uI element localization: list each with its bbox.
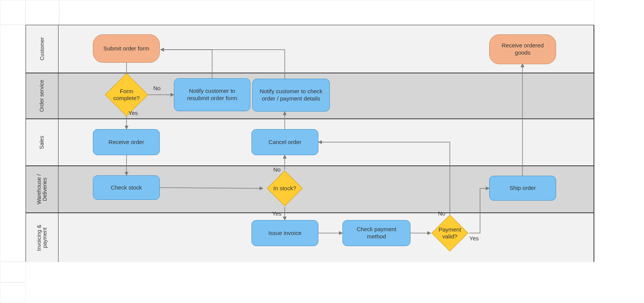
swimlane-diagram: Customer Order service Sales Warehouse /… — [0, 0, 644, 303]
decision-in-stock: In stock? — [272, 176, 297, 201]
node-text: Cancel order — [269, 139, 302, 146]
node-text: Issue invoice — [268, 230, 302, 237]
process-check-payment: Check payment method — [342, 220, 410, 246]
decision-form-complete: Form complete? — [111, 79, 142, 110]
node-text: Receive ordered goods — [493, 42, 552, 57]
node-text: Notify customer to resubmit order form — [178, 87, 246, 102]
edge-notifyresubmit-to-submit — [161, 50, 212, 78]
process-issue-invoice: Issue invoice — [251, 220, 318, 246]
edge-label-pay-no: No — [438, 210, 445, 217]
edge-label-stock-no: No — [273, 166, 281, 173]
terminator-receive-goods: Receive ordered goods — [489, 34, 556, 64]
edge-notifycheck-to-submit — [161, 50, 285, 79]
node-text: Payment valid? — [435, 226, 465, 240]
decision-payment-valid: Payment valid? — [437, 220, 463, 246]
process-notify-check: Notify customer to check order / payment… — [252, 79, 330, 112]
edge-paymentvalid-no-cancel — [318, 142, 450, 215]
node-text: In stock? — [273, 185, 296, 192]
node-text: Check stock — [111, 184, 142, 191]
process-receive-order: Receive order — [93, 129, 160, 155]
process-cancel-order: Cancel order — [251, 129, 318, 155]
node-text: Ship order — [509, 185, 536, 192]
terminator-submit-order: Submit order form — [93, 34, 160, 63]
edge-label-stock-yes: Yes — [272, 210, 281, 217]
node-text: Check payment method — [347, 226, 406, 240]
edge-label-form-yes: Yes — [128, 110, 138, 116]
edge-label-pay-yes: Yes — [469, 235, 479, 241]
process-check-stock: Check stock — [93, 175, 160, 200]
edge-checkstock-to-instock — [160, 188, 263, 188]
process-notify-resubmit: Notify customer to resubmit order form — [174, 78, 250, 111]
process-ship-order: Ship order — [489, 176, 556, 201]
node-text: Receive order — [109, 139, 144, 146]
edge-label-form-no: No — [153, 85, 161, 91]
node-text: Notify customer to check order / payment… — [256, 88, 326, 102]
node-text: Submit order form — [103, 45, 149, 52]
edge-paymentvalid-yes-ship — [469, 188, 489, 233]
node-text: Form complete? — [109, 88, 144, 102]
